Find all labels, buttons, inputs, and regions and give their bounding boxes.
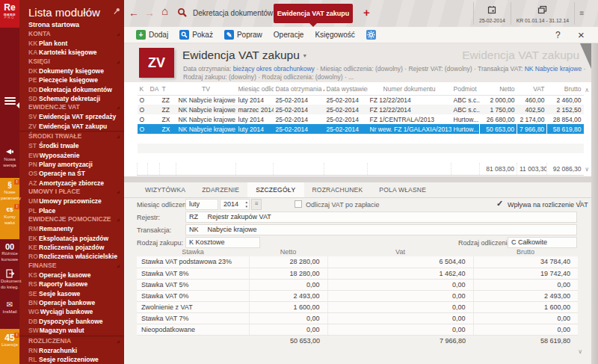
help-button[interactable]: ? — [555, 30, 561, 40]
sidebar-item-bn[interactable]: BNOperacje bankowe — [19, 297, 124, 306]
rail-item-insmail[interactable]: ✉ InsMail — [0, 300, 19, 315]
sidebar-item-rs[interactable]: RSRaporty kasowe — [19, 279, 124, 288]
table-row[interactable]: OZXNK Nabycie krajoweluty 201425-02-2014… — [138, 124, 584, 134]
sidebar-section-header[interactable]: KSIĘGI — [19, 58, 124, 66]
tab-dekretacja-dokumentow[interactable]: Dekretacja dokumentów — [193, 9, 273, 17]
home-icon[interactable]: ⌂ — [161, 5, 168, 17]
detail-tab-1[interactable]: WIZYTÓWKA — [137, 182, 194, 197]
sidebar-item-st[interactable]: STŚrodki trwałe — [19, 141, 124, 149]
sidebar-item-dd[interactable]: DDDekretacja dokumentów — [19, 84, 124, 93]
sidebar-item-sd[interactable]: SDSchematy dekretacji — [19, 93, 124, 102]
splitter-bar[interactable] — [124, 176, 591, 182]
rail-item-nowa-wersja[interactable]: Nowa wersja — [0, 147, 19, 168]
rail-item-nowe-parametry[interactable]: ! § Nowe parametry — [0, 180, 19, 201]
register-input[interactable]: RZ Rejestr zakupów VAT — [185, 212, 577, 223]
month-menu-button[interactable]: ≡ — [251, 199, 262, 210]
close-view-button[interactable]: × — [578, 28, 585, 41]
column-header[interactable]: Numer dokumentu — [368, 84, 451, 95]
panel-scroll-down-icon[interactable]: ∨ — [578, 348, 582, 355]
sidebar-item-wg[interactable]: WGWyciągi bankowe — [19, 306, 124, 315]
column-header[interactable]: T — [160, 84, 176, 95]
sidebar-item-pe[interactable]: PEPieczęcie księgowe — [19, 75, 124, 84]
panel-scroll-up-icon[interactable]: ∧ — [578, 199, 582, 206]
column-header[interactable]: K — [138, 84, 148, 95]
column-header[interactable]: VAT — [517, 84, 547, 95]
page-title[interactable]: Ewidencja VAT zakupu▾ — [182, 49, 306, 62]
rail-item-roznice-kursowe[interactable]: 00 Różnice kursowe — [0, 242, 19, 262]
settings-gear-button[interactable] — [366, 30, 376, 40]
modules-menu-icon[interactable] — [0, 96, 19, 118]
sidebar-section-header[interactable]: EWIDENCJE POMOCNICZE — [19, 215, 124, 223]
rail-item-kursy-walut[interactable]: ! €$ Kursy walut — [0, 205, 19, 226]
detail-tab-2[interactable]: ZDARZENIE — [194, 182, 247, 197]
edit-button[interactable]: ✎ Popraw — [224, 30, 262, 40]
detail-tab-4[interactable]: ROZRACHUNEK — [304, 182, 372, 197]
sidebar-item-ks[interactable]: KSOperacje kasowe — [19, 270, 124, 279]
sidebar-section-header[interactable]: ROZLICZENIA — [19, 337, 124, 345]
table-row[interactable]: OZZNK Nabycie krajoweluty 201425-02-2014… — [138, 95, 584, 105]
sidebar-item-pl[interactable]: PLPłace — [19, 206, 124, 215]
table-row[interactable]: OZZNK Nabycie krajowemarzec 201425-02-20… — [138, 105, 584, 114]
sidebar-item-se[interactable]: SESesje kasowe — [19, 289, 124, 297]
sidebar-item-db[interactable]: DBDyspozycje bankowe — [19, 316, 124, 325]
sidebar-item-rl[interactable]: RLSesje rozliczeniowe — [19, 354, 124, 363]
column-header[interactable]: Data otrzymania▴ — [274, 84, 324, 95]
sidebar-item-um[interactable]: UMUmowy pracownicze — [19, 196, 124, 205]
pin-icon[interactable] — [113, 4, 120, 18]
column-header[interactable]: Miesiąc odlicz... — [236, 84, 274, 95]
month-input[interactable]: luty — [185, 199, 218, 210]
back-icon[interactable]: ← — [129, 7, 139, 19]
title-dropdown-icon[interactable]: ▾ — [303, 52, 306, 59]
scroll-up-icon[interactable]: ∧ — [585, 87, 589, 93]
sidebar-item-rn[interactable]: RNRozrachunki — [19, 345, 124, 354]
workdate-button[interactable]: 25-02-2014 — [473, 2, 511, 25]
sidebar-item-home[interactable]: Strona startowa — [19, 21, 124, 29]
deduct-after-payment-checkbox[interactable] — [295, 200, 302, 208]
column-header[interactable]: Brutto — [547, 84, 584, 95]
filter-link[interactable]: NK Nabycie krajowe — [525, 65, 582, 73]
transaction-input[interactable]: NK Nabycie krajowe — [185, 224, 577, 235]
scroll-down-icon[interactable]: ∨ — [585, 166, 589, 173]
filter-link[interactable]: bieżący okres obrachunkowy — [233, 65, 315, 73]
detail-tab-3[interactable]: SZCZEGÓŁY — [247, 182, 303, 197]
column-header[interactable]: Podmiot — [451, 84, 480, 95]
sidebar-section-header[interactable]: ŚRODKI TRWAŁE — [19, 132, 124, 141]
sidebar-section-header[interactable]: EWIDENCJE VAT — [19, 103, 124, 111]
column-header[interactable]: DA — [148, 84, 160, 95]
detail-tab-5[interactable]: POLA WŁASNE — [371, 182, 434, 197]
topbar-menu-icon[interactable]: ≡ — [574, 2, 589, 25]
search-icon[interactable] — [177, 7, 188, 20]
show-button[interactable]: Pokaż — [179, 30, 213, 40]
forward-icon[interactable]: → — [144, 7, 155, 19]
sidebar-item-ek[interactable]: EKEksploatacja pojazdów — [19, 233, 124, 242]
sidebar-item-rm[interactable]: RMRemanenty — [19, 223, 124, 232]
column-header[interactable]: Data wystawienia — [324, 84, 368, 95]
sidebar-section-header[interactable]: FINANSE — [19, 262, 124, 270]
rexo-logo[interactable]: Re nexo PRO — [0, 0, 19, 28]
sidebar-item-os[interactable]: OSOperacje na ŚT — [19, 168, 124, 177]
sidebar-item-zv[interactable]: ZVEwidencja VAT zakupu — [19, 121, 124, 130]
sidebar-section-header[interactable]: UMOWY I PŁACE — [19, 188, 124, 196]
stepper-arrows-icon[interactable]: ▴▾ — [245, 200, 247, 209]
tab-ewidencja-vat-zakupu[interactable]: Ewidencja VAT zakupu — [274, 4, 353, 23]
operations-menu[interactable]: Operacje — [274, 31, 304, 39]
sidebar-item-ro[interactable]: RORozliczenia właścicielskie — [19, 251, 124, 260]
sidebar-item-az[interactable]: AZAmortyzacje zbiorcze — [19, 178, 124, 187]
sidebar-section-header[interactable]: KONTA — [19, 30, 124, 38]
rail-item-dokument[interactable]: Dokument do księg. — [0, 269, 19, 290]
checkmark-icon[interactable]: ✓ — [496, 199, 503, 209]
add-button[interactable]: + Dodaj — [136, 30, 168, 40]
new-tab-button[interactable]: + — [363, 6, 370, 19]
table-row[interactable]: OZXNK Nabycie krajoweluty 201425-02-2014… — [138, 114, 584, 124]
sidebar-item-kk[interactable]: KKPlan kont — [19, 38, 124, 47]
rail-item-licencje[interactable]: ! 45 Licencje — [0, 329, 19, 364]
accounting-menu[interactable]: Księgowość — [315, 31, 354, 39]
period-button[interactable]: KR 01.01.14 - 31.12.14 — [511, 2, 574, 25]
year-stepper[interactable]: 2014 ▴▾ — [220, 199, 250, 210]
sidebar-item-ke[interactable]: KERozliczenia pojazdów — [19, 242, 124, 251]
sidebar-item-pn[interactable]: PNPlany amortyzacji — [19, 159, 124, 168]
sidebar-item-ka[interactable]: KAKartoteki księgowe — [19, 47, 124, 56]
sidebar-item-sw[interactable]: SWMagazyn walut — [19, 325, 124, 334]
column-header[interactable]: Netto — [480, 84, 517, 95]
sidebar-item-ew[interactable]: EWWyposażenie — [19, 150, 124, 159]
